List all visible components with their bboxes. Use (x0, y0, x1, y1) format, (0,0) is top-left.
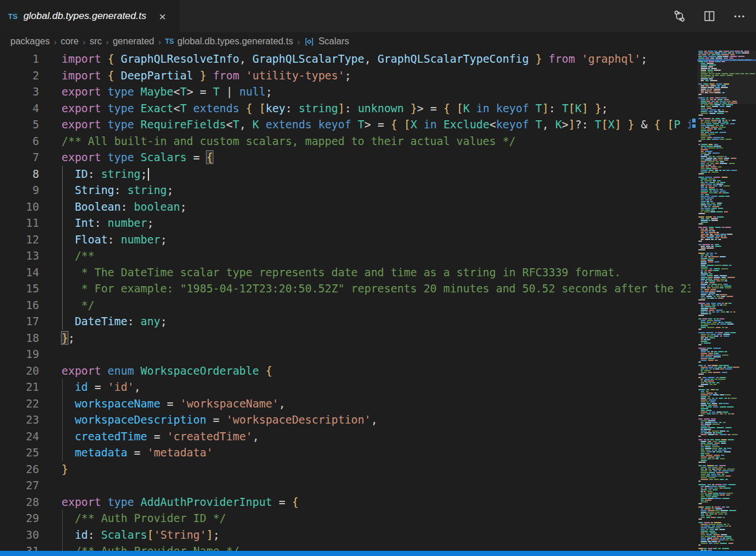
breadcrumb-item-packages[interactable]: packages (10, 36, 50, 47)
code-token: Maybe (140, 85, 173, 98)
line-number[interactable]: 19 (0, 346, 39, 363)
code-token: type (108, 496, 140, 508)
breadcrumb-item-global-db-types-generated-ts[interactable]: TSglobal.db.types.generated.ts (165, 36, 293, 47)
line-number[interactable]: 5 (0, 116, 39, 133)
code-token: [ (601, 118, 608, 131)
line-number[interactable]: 16 (0, 297, 39, 314)
code-line[interactable]: 10 Boolean: boolean; (0, 199, 690, 215)
code-line[interactable]: 17 DateTime: any; (0, 313, 690, 330)
code-line[interactable]: 18}; (0, 330, 690, 346)
code-line[interactable]: 16 */ (0, 297, 690, 314)
code-line[interactable]: 13 /** (0, 247, 690, 264)
line-number[interactable]: 4 (0, 100, 39, 117)
code-token: X (608, 118, 614, 131)
code-line[interactable]: 19 (0, 346, 690, 363)
status-bar[interactable] (0, 551, 756, 556)
line-number[interactable]: 22 (0, 395, 39, 412)
breadcrumb-item-generated[interactable]: generated (113, 36, 154, 47)
code-token: < (490, 118, 496, 131)
line-number[interactable]: 3 (0, 83, 39, 100)
code-token: from (207, 69, 246, 82)
code-line[interactable]: 20export enum WorkspaceOrderable { (0, 363, 690, 379)
code-line[interactable]: 28export type AddAuthProviderInput = { (0, 494, 690, 511)
line-number[interactable]: 13 (0, 247, 39, 264)
line-number[interactable]: 23 (0, 412, 39, 428)
code-line[interactable]: 29 /** Auth Provider ID */ (0, 510, 690, 527)
code-line[interactable]: 1import { GraphQLResolveInfo, GraphQLSca… (0, 51, 690, 67)
code-line[interactable]: 7export type Scalars = { (0, 149, 690, 166)
code-line-content: import { GraphQLResolveInfo, GraphQLScal… (62, 51, 647, 67)
code-line[interactable]: 23 workspaceDescription = 'workspaceDesc… (0, 412, 690, 428)
breadcrumb-item-scalars[interactable]: Scalars (304, 36, 349, 47)
code-token: ; (68, 332, 74, 344)
line-number[interactable]: 29 (0, 510, 39, 527)
line-number[interactable]: 30 (0, 527, 39, 543)
code-line[interactable]: 25 metadata = 'metadata' (0, 444, 690, 461)
line-number[interactable]: 7 (0, 149, 39, 166)
more-actions-icon[interactable] (733, 10, 746, 22)
code-token: 'id' (108, 380, 134, 393)
code-token (62, 430, 75, 443)
code-line-content: Boolean: boolean; (62, 199, 186, 215)
line-number[interactable]: 17 (0, 313, 39, 330)
code-token: { (246, 102, 259, 115)
line-number[interactable]: 1 (0, 51, 39, 67)
line-number[interactable]: 14 (0, 264, 39, 281)
line-number[interactable]: 15 (0, 280, 39, 297)
line-number[interactable]: 11 (0, 215, 39, 231)
breadcrumb-item-src[interactable]: src (90, 36, 102, 47)
tab-global-db-types-generated[interactable]: TS global.db.types.generated.ts × (0, 0, 180, 32)
code-line[interactable]: 21 id = 'id', (0, 379, 690, 395)
code-token: ; (345, 69, 351, 82)
line-number[interactable]: 12 (0, 231, 39, 248)
code-line[interactable]: 26} (0, 461, 690, 478)
code-line-content: createdTime = 'createdTime', (62, 428, 259, 445)
code-line[interactable]: 27 (0, 477, 690, 494)
code-token: & (635, 118, 654, 131)
split-editor-icon[interactable] (703, 10, 716, 22)
line-number[interactable]: 28 (0, 494, 39, 511)
code-line[interactable]: 30 id: Scalars['String']; (0, 527, 690, 543)
breadcrumb-item-core[interactable]: core (61, 36, 79, 47)
code-token: T (562, 102, 568, 115)
minimap[interactable] (697, 51, 756, 551)
code-line[interactable]: 14 * The DateTime scalar type represents… (0, 264, 690, 281)
close-icon[interactable]: × (159, 10, 166, 22)
code-token: null (239, 85, 266, 98)
code-line[interactable]: 6/** All built-in and custom scalars, ma… (0, 133, 690, 150)
line-number[interactable]: 31 (0, 543, 39, 551)
line-number[interactable]: 26 (0, 461, 39, 478)
code-line[interactable]: 22 workspaceName = 'workspaceName', (0, 395, 690, 412)
line-number[interactable]: 8 (0, 166, 39, 182)
code-line[interactable]: 8 ID: string; (0, 166, 690, 182)
code-line[interactable]: 11 Int: number; (0, 215, 690, 231)
breadcrumb-label: core (61, 36, 79, 47)
code-token: } (404, 102, 417, 115)
code-line-content: /** All built-in and custom scalars, map… (62, 133, 516, 150)
line-number[interactable]: 24 (0, 428, 39, 445)
code-line[interactable]: 3export type Maybe<T> = T | null; (0, 83, 690, 100)
code-line[interactable]: 2import { DeepPartial } from 'utility-ty… (0, 67, 690, 84)
line-number[interactable]: 20 (0, 363, 39, 379)
line-number[interactable]: 2 (0, 67, 39, 84)
symbol-type-icon (304, 37, 315, 47)
line-number[interactable]: 6 (0, 133, 39, 150)
line-number[interactable]: 18 (0, 330, 39, 346)
line-number[interactable]: 21 (0, 379, 39, 395)
line-number[interactable]: 10 (0, 199, 39, 215)
open-changes-icon[interactable] (673, 10, 686, 22)
code-line[interactable]: 12 Float: number; (0, 231, 690, 248)
code-line[interactable]: 24 createdTime = 'createdTime', (0, 428, 690, 445)
code-line[interactable]: 9 String: string; (0, 182, 690, 199)
code-line[interactable]: 4export type Exact<T extends { [key: str… (0, 100, 690, 117)
line-number[interactable]: 25 (0, 444, 39, 461)
code-line[interactable]: 31 /** Auth Provider Name */ (0, 543, 690, 551)
code-token: , (364, 52, 377, 65)
line-number[interactable]: 9 (0, 182, 39, 199)
code-token: type (108, 151, 140, 163)
code-token: in (417, 118, 444, 131)
line-number[interactable]: 27 (0, 477, 39, 494)
editor-pane[interactable]: 1import { GraphQLResolveInfo, GraphQLSca… (0, 51, 690, 551)
code-line[interactable]: 5export type RequireFields<T, K extends … (0, 116, 690, 133)
code-line[interactable]: 15 * For example: "1985-04-12T23:20:50.5… (0, 280, 690, 297)
